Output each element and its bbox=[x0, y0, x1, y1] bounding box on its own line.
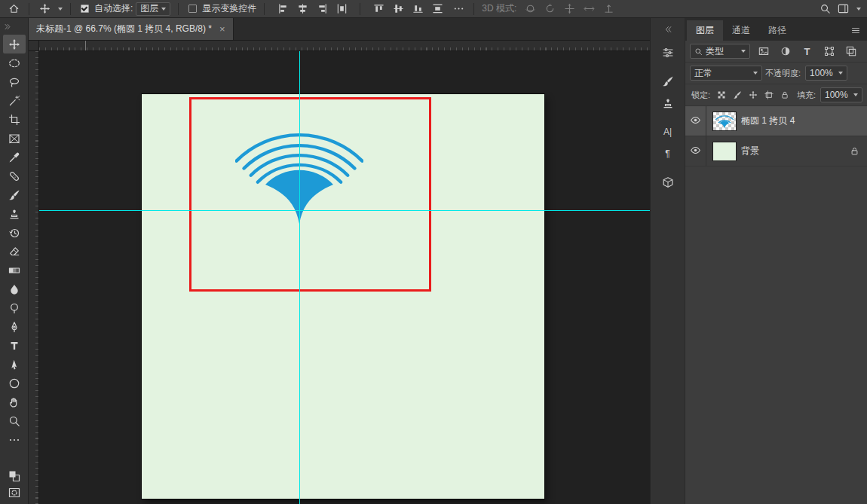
align-right-edges-button[interactable] bbox=[314, 2, 329, 16]
opacity-value: 100% bbox=[810, 68, 833, 78]
filter-smart-objects-button[interactable] bbox=[842, 44, 859, 59]
visibility-toggle[interactable] bbox=[685, 136, 706, 166]
align-bottom-edges-button[interactable] bbox=[410, 2, 425, 16]
divider bbox=[264, 3, 265, 15]
visibility-toggle[interactable] bbox=[685, 106, 706, 136]
tab-layers[interactable]: 图层 bbox=[687, 20, 723, 41]
tab-close-icon[interactable]: × bbox=[219, 24, 225, 34]
distribute-horizontal-button[interactable] bbox=[334, 2, 349, 16]
frame-tool[interactable] bbox=[3, 129, 26, 148]
layer-row[interactable]: 椭圆 1 拷贝 4 bbox=[685, 106, 867, 136]
layer-name[interactable]: 椭圆 1 拷贝 4 bbox=[741, 115, 795, 127]
brush-tool[interactable] bbox=[3, 185, 26, 204]
auto-select-checkbox[interactable] bbox=[81, 5, 89, 13]
canvas-area[interactable] bbox=[29, 41, 650, 504]
fill-label: 填充: bbox=[797, 90, 816, 101]
foreground-background-colors[interactable] bbox=[3, 468, 26, 484]
align-vertical-centers-button[interactable] bbox=[391, 2, 406, 16]
3d-mode-buttons bbox=[522, 2, 616, 16]
show-transform-checkbox[interactable] bbox=[188, 5, 197, 13]
lock-label: 锁定: bbox=[691, 90, 710, 101]
filter-type-layers-button[interactable]: T bbox=[798, 44, 816, 59]
quick-mask-button[interactable] bbox=[3, 484, 26, 501]
eye-icon bbox=[690, 115, 701, 128]
blur-tool[interactable] bbox=[3, 279, 26, 298]
elliptical-marquee-tool[interactable] bbox=[3, 53, 26, 72]
path-selection-tool[interactable] bbox=[3, 355, 26, 374]
blend-mode-dropdown[interactable]: 正常 bbox=[690, 66, 762, 81]
layer-name[interactable]: 背景 bbox=[741, 145, 759, 157]
align-left-edges-button[interactable] bbox=[275, 2, 290, 16]
divider bbox=[473, 3, 474, 15]
horizontal-ruler[interactable] bbox=[39, 41, 650, 51]
tab-paths[interactable]: 路径 bbox=[759, 20, 795, 41]
filter-pixel-layers-button[interactable] bbox=[755, 44, 772, 59]
chevron-down-icon[interactable] bbox=[856, 8, 861, 11]
dodge-tool[interactable] bbox=[3, 298, 26, 317]
history-brush-tool[interactable] bbox=[3, 223, 26, 242]
current-tool-icon[interactable] bbox=[37, 2, 52, 16]
crop-tool[interactable] bbox=[3, 110, 26, 129]
eraser-tool[interactable] bbox=[3, 242, 26, 261]
document-canvas[interactable] bbox=[142, 94, 544, 499]
panel-menu-icon[interactable] bbox=[850, 26, 862, 36]
layers-panel: 图层 通道 路径 类型 T 正常 bbox=[685, 18, 867, 504]
main-area: 未标题-1 @ 66.7% (椭圆 1 拷贝 4, RGB/8) * × bbox=[0, 18, 867, 504]
align-top-edges-button[interactable] bbox=[371, 2, 386, 16]
layer-row[interactable]: 背景 bbox=[685, 136, 867, 166]
layer-filter-type-value: 类型 bbox=[706, 45, 724, 58]
layer-filter-type-dropdown[interactable]: 类型 bbox=[690, 44, 750, 59]
move-tool[interactable] bbox=[3, 35, 26, 53]
hand-tool[interactable] bbox=[3, 393, 26, 411]
workspace-switcher-icon[interactable] bbox=[835, 2, 850, 16]
pen-tool[interactable] bbox=[3, 317, 26, 336]
distribute-vertical-button[interactable] bbox=[430, 2, 445, 16]
tab-channels[interactable]: 通道 bbox=[723, 20, 759, 41]
more-align-options-icon[interactable] bbox=[451, 2, 466, 16]
layer-thumbnail[interactable] bbox=[712, 142, 737, 161]
divider bbox=[360, 3, 360, 15]
type-tool[interactable] bbox=[3, 336, 26, 355]
3d-panel-button[interactable] bbox=[657, 173, 679, 192]
lock-all-button[interactable] bbox=[777, 88, 792, 102]
ellipse-tool[interactable] bbox=[3, 374, 26, 393]
tool-preset-caret-icon[interactable] bbox=[58, 8, 63, 11]
clone-source-panel-button[interactable] bbox=[657, 93, 679, 113]
paragraph-panel-button[interactable]: ¶ bbox=[657, 144, 679, 163]
horizontal-guide[interactable] bbox=[39, 210, 650, 211]
lock-row: 锁定: 填充: 100% bbox=[685, 84, 867, 106]
lock-transparent-pixels-button[interactable] bbox=[713, 88, 729, 102]
spot-healing-brush-tool[interactable] bbox=[3, 166, 26, 185]
auto-select-target-dropdown[interactable]: 图层 bbox=[136, 2, 170, 16]
filter-shape-layers-button[interactable] bbox=[820, 44, 838, 59]
expand-panels-icon[interactable] bbox=[663, 18, 672, 41]
layer-thumbnail[interactable] bbox=[712, 111, 737, 131]
zoom-tool[interactable] bbox=[3, 411, 26, 430]
lock-position-button[interactable] bbox=[745, 88, 761, 102]
ruler-origin[interactable] bbox=[29, 41, 39, 51]
search-icon[interactable] bbox=[817, 2, 832, 16]
layer-filter-buttons: T bbox=[755, 44, 859, 59]
lock-image-pixels-button[interactable] bbox=[729, 88, 745, 102]
lock-buttons bbox=[713, 88, 792, 102]
fill-dropdown[interactable]: 100% bbox=[820, 87, 862, 102]
brush-settings-panel-button[interactable] bbox=[657, 43, 679, 63]
lasso-tool[interactable] bbox=[3, 72, 26, 91]
eyedropper-tool[interactable] bbox=[3, 148, 26, 166]
character-panel-button[interactable]: A| bbox=[657, 122, 679, 142]
gradient-tool[interactable] bbox=[3, 261, 26, 279]
document-tab[interactable]: 未标题-1 @ 66.7% (椭圆 1 拷贝 4, RGB/8) * × bbox=[29, 18, 234, 40]
clone-stamp-tool[interactable] bbox=[3, 204, 26, 223]
align-horizontal-centers-button[interactable] bbox=[295, 2, 310, 16]
edit-toolbar-button[interactable] bbox=[3, 430, 26, 449]
home-icon[interactable] bbox=[6, 2, 21, 16]
opacity-dropdown[interactable]: 100% bbox=[805, 66, 847, 81]
filter-adjustment-layers-button[interactable] bbox=[777, 44, 794, 59]
lock-artboard-button[interactable] bbox=[761, 88, 777, 102]
layer-lock-icon bbox=[850, 146, 859, 156]
toolbar-expand-icon[interactable] bbox=[0, 18, 28, 35]
vertical-guide[interactable] bbox=[299, 51, 300, 504]
quick-selection-tool[interactable] bbox=[3, 91, 26, 110]
vertical-ruler[interactable] bbox=[29, 51, 39, 504]
brushes-panel-button[interactable] bbox=[657, 72, 679, 91]
